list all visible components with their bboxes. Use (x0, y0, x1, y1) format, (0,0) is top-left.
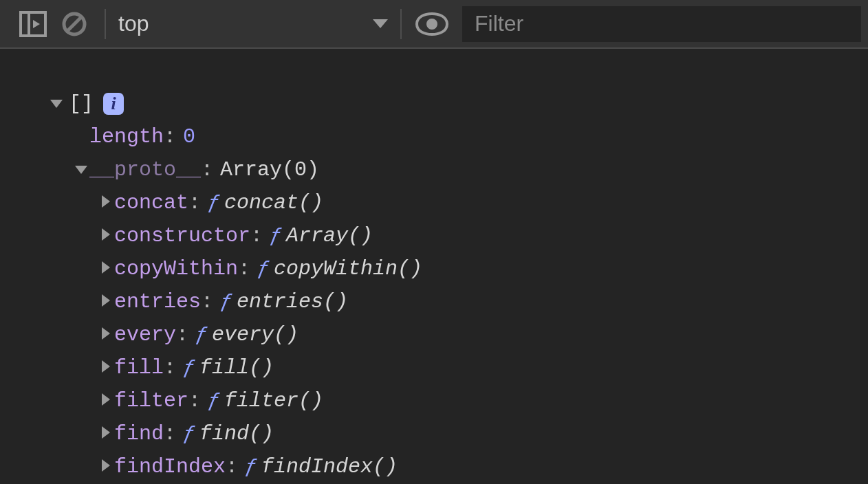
property-row-proto[interactable]: __proto__: Array(0) (48, 153, 868, 186)
property-row-length[interactable]: length: 0 (48, 120, 868, 153)
colon: : (250, 219, 263, 252)
property-row[interactable]: find:ƒfind() (48, 417, 868, 450)
property-row[interactable]: every:ƒevery() (48, 318, 868, 351)
object-root-row[interactable]: [] i (48, 87, 868, 120)
property-value: 0 (183, 120, 195, 153)
expand-arrow-icon[interactable] (98, 252, 114, 285)
property-name: copyWithin (114, 252, 238, 285)
svg-marker-2 (33, 20, 40, 28)
chevron-down-icon (373, 19, 388, 28)
colon: : (176, 318, 188, 351)
property-name: concat (114, 186, 188, 219)
expand-arrow-icon[interactable] (98, 417, 114, 450)
property-row[interactable]: copyWithin:ƒcopyWithin() (48, 252, 868, 285)
function-name: every() (212, 318, 299, 351)
expand-arrow-icon[interactable] (73, 153, 89, 186)
expand-arrow-icon[interactable] (98, 318, 114, 351)
function-name: findIndex() (261, 450, 398, 483)
property-name: filter (114, 384, 188, 417)
property-name: constructor (114, 219, 250, 252)
svg-point-5 (426, 19, 437, 30)
expand-arrow-icon[interactable] (98, 186, 114, 219)
proto-items-list: concat:ƒconcat()constructor:ƒArray()copy… (48, 186, 868, 483)
colon: : (164, 351, 176, 384)
expand-arrow-icon[interactable] (98, 384, 114, 417)
property-row[interactable]: constructor:ƒArray() (48, 219, 868, 252)
function-name: fill() (199, 351, 274, 384)
function-symbol: ƒ (257, 252, 270, 285)
function-symbol: ƒ (208, 186, 220, 219)
expand-arrow-icon[interactable] (98, 351, 114, 384)
colon: : (164, 417, 176, 450)
property-name: entries (114, 285, 201, 318)
property-row[interactable]: filter:ƒfilter() (48, 384, 868, 417)
colon: : (188, 186, 201, 219)
function-symbol: ƒ (195, 318, 208, 351)
function-symbol: ƒ (270, 219, 282, 252)
colon: : (201, 285, 213, 318)
execution-context-label: top (116, 11, 149, 36)
filter-field-wrapper (462, 6, 861, 42)
function-name: find() (199, 417, 274, 450)
function-name: Array() (286, 219, 373, 252)
property-row[interactable]: entries:ƒentries() (48, 285, 868, 318)
toolbar-divider (400, 9, 402, 39)
object-preview: [] (69, 87, 94, 120)
console-toolbar: top (0, 0, 868, 49)
colon: : (238, 252, 250, 285)
property-name: fill (114, 351, 164, 384)
console-output: [] i length: 0 __proto__: Array(0) conca… (0, 49, 868, 483)
svg-line-4 (67, 17, 81, 31)
toolbar-divider (105, 9, 106, 39)
info-badge-icon[interactable]: i (103, 93, 124, 115)
execution-context-selector[interactable]: top (116, 0, 391, 48)
property-row[interactable]: findIndex:ƒfindIndex() (48, 450, 868, 483)
function-symbol: ƒ (208, 384, 220, 417)
function-symbol: ƒ (245, 450, 257, 483)
toggle-console-sidebar-icon[interactable] (12, 0, 54, 48)
property-row[interactable]: concat:ƒconcat() (48, 186, 868, 219)
function-symbol: ƒ (183, 417, 195, 450)
property-name: __proto__ (89, 153, 201, 186)
filter-input[interactable] (462, 11, 861, 36)
expand-arrow-icon[interactable] (98, 450, 114, 483)
expand-arrow-icon[interactable] (98, 285, 114, 318)
colon: : (226, 450, 238, 483)
expand-arrow-icon[interactable] (48, 87, 65, 120)
property-name: findIndex (114, 450, 226, 483)
function-name: concat() (224, 186, 323, 219)
function-name: copyWithin() (274, 252, 422, 285)
function-name: entries() (237, 285, 348, 318)
colon: : (188, 384, 201, 417)
property-name: every (114, 318, 176, 351)
function-name: filter() (224, 384, 323, 417)
live-expression-icon[interactable] (411, 0, 453, 48)
clear-console-icon[interactable] (54, 0, 95, 48)
function-symbol: ƒ (220, 285, 232, 318)
property-name: find (114, 417, 164, 450)
function-symbol: ƒ (183, 351, 195, 384)
property-name: length (89, 120, 164, 153)
property-row[interactable]: fill:ƒfill() (48, 351, 868, 384)
property-value: Array(0) (220, 153, 319, 186)
expand-arrow-icon[interactable] (98, 219, 114, 252)
